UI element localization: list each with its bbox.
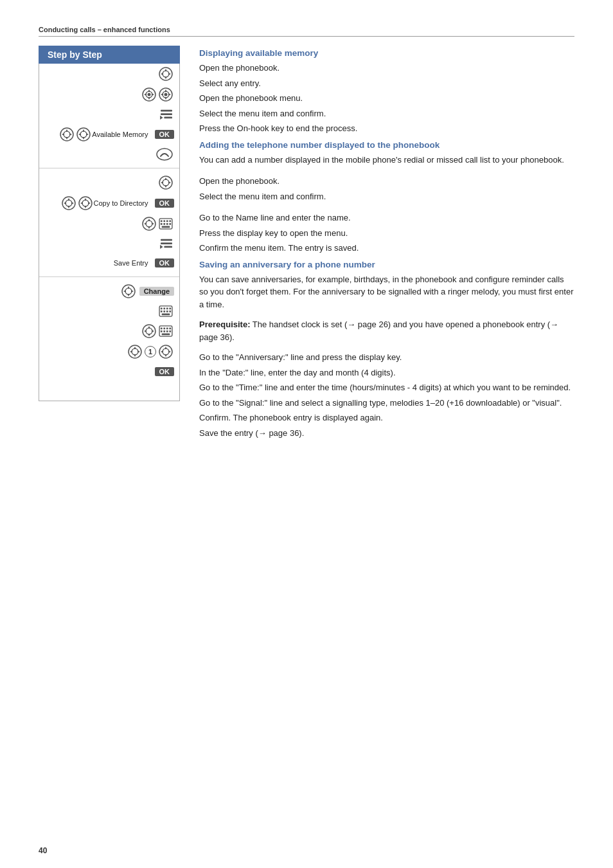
svg-marker-80 bbox=[131, 290, 134, 293]
svg-rect-105 bbox=[169, 330, 171, 332]
svg-point-1 bbox=[163, 71, 169, 77]
svg-marker-53 bbox=[80, 202, 83, 204]
svg-point-108 bbox=[132, 348, 138, 355]
svg-point-56 bbox=[146, 221, 152, 227]
svg-marker-32 bbox=[82, 129, 85, 132]
step-label-available-memory: Available Memory bbox=[92, 131, 148, 138]
svg-rect-86 bbox=[161, 311, 163, 312]
svg-marker-79 bbox=[123, 290, 126, 293]
nav-icon bbox=[76, 127, 91, 141]
ok-button[interactable]: OK bbox=[155, 130, 175, 139]
section-intro: You can add a number displayed in the mo… bbox=[199, 154, 574, 167]
nav-icon bbox=[78, 196, 93, 210]
nav-icon bbox=[128, 345, 142, 359]
nav-icon bbox=[142, 324, 156, 338]
step-text: Open the phonebook. bbox=[199, 175, 574, 188]
svg-rect-21 bbox=[161, 113, 172, 115]
number-badge: 1 bbox=[145, 346, 156, 357]
svg-marker-116 bbox=[164, 354, 167, 357]
svg-rect-104 bbox=[166, 330, 168, 332]
step-row: Save Entry OK bbox=[39, 253, 179, 273]
ok-button[interactable]: OK bbox=[155, 367, 175, 376]
section-title-anniversary: Saving an anniversary for a phone number bbox=[199, 260, 574, 269]
menu-icon bbox=[160, 109, 173, 120]
prereq-text: Prerequisite: The handset clock is set (… bbox=[199, 318, 574, 343]
keyboard-icon bbox=[159, 325, 173, 337]
svg-rect-63 bbox=[163, 221, 165, 222]
step-row bbox=[39, 213, 179, 234]
page-header: Conducting calls – enhanced functions bbox=[39, 26, 574, 37]
step-row bbox=[39, 64, 179, 84]
svg-marker-35 bbox=[86, 133, 89, 136]
nav-icon bbox=[159, 67, 173, 81]
svg-point-50 bbox=[82, 200, 89, 206]
svg-marker-45 bbox=[67, 198, 70, 201]
step-row: 1 bbox=[39, 341, 179, 362]
svg-marker-96 bbox=[152, 330, 154, 332]
step-row bbox=[39, 172, 179, 193]
svg-marker-28 bbox=[62, 133, 64, 136]
section-displaying-memory: Displaying available memory Open the pho… bbox=[199, 48, 574, 135]
svg-marker-40 bbox=[164, 185, 167, 188]
svg-marker-51 bbox=[84, 198, 87, 201]
step-text: Press the display key to open the menu. bbox=[199, 227, 574, 240]
svg-marker-2 bbox=[164, 69, 167, 71]
svg-marker-10 bbox=[144, 93, 147, 96]
svg-rect-71 bbox=[161, 239, 172, 241]
svg-marker-46 bbox=[67, 206, 70, 208]
section-intro-anniversary: You can save anniversaries, for example,… bbox=[199, 273, 574, 311]
svg-marker-9 bbox=[148, 97, 150, 100]
nav-icon bbox=[159, 345, 173, 359]
svg-rect-90 bbox=[162, 314, 170, 316]
svg-marker-11 bbox=[152, 93, 154, 96]
step-label-copy-directory: Copy to Directory bbox=[94, 199, 148, 207]
svg-marker-57 bbox=[148, 219, 150, 221]
svg-marker-60 bbox=[152, 222, 154, 225]
step-row bbox=[39, 84, 179, 105]
svg-marker-95 bbox=[144, 330, 147, 332]
svg-point-114 bbox=[163, 348, 169, 355]
svg-rect-101 bbox=[169, 328, 171, 330]
svg-rect-67 bbox=[163, 223, 165, 225]
svg-rect-85 bbox=[169, 308, 171, 310]
svg-marker-59 bbox=[144, 222, 147, 225]
step-row: OK bbox=[39, 362, 179, 381]
step-text: Select the menu item and confirm. bbox=[199, 107, 574, 120]
menu-icon bbox=[160, 238, 173, 249]
step-row bbox=[39, 381, 179, 401]
svg-marker-74 bbox=[160, 245, 163, 249]
step-text: Confirm the menu item. The entry is save… bbox=[199, 242, 574, 255]
svg-marker-16 bbox=[164, 97, 167, 100]
ok-button[interactable]: OK bbox=[155, 258, 175, 267]
step-by-step-header: Step by Step bbox=[39, 46, 180, 64]
svg-marker-93 bbox=[148, 326, 150, 329]
left-column: Step by Step bbox=[39, 46, 186, 444]
svg-marker-17 bbox=[161, 93, 163, 96]
svg-point-19 bbox=[164, 93, 168, 96]
svg-marker-48 bbox=[71, 202, 74, 204]
svg-rect-65 bbox=[169, 221, 171, 222]
svg-marker-39 bbox=[164, 177, 167, 180]
step-text: Go to the "Time:" line and enter the tim… bbox=[199, 381, 574, 394]
svg-rect-22 bbox=[164, 117, 172, 119]
step-text: Go to the Name line and enter the name. bbox=[199, 212, 574, 224]
change-button[interactable]: Change bbox=[139, 287, 174, 296]
onhook-icon bbox=[156, 148, 173, 161]
ok-button[interactable]: OK bbox=[155, 199, 175, 208]
svg-marker-78 bbox=[127, 294, 130, 296]
step-row: Copy to Directory OK bbox=[39, 193, 179, 213]
svg-marker-54 bbox=[88, 202, 91, 204]
svg-marker-42 bbox=[168, 181, 171, 184]
svg-marker-27 bbox=[66, 137, 68, 140]
right-column: Displaying available memory Open the pho… bbox=[186, 46, 574, 444]
svg-rect-102 bbox=[161, 330, 163, 332]
svg-point-44 bbox=[66, 200, 72, 206]
svg-marker-111 bbox=[130, 350, 132, 353]
svg-point-12 bbox=[148, 93, 151, 96]
step-text: Select the menu item and confirm. bbox=[199, 190, 574, 203]
svg-marker-117 bbox=[161, 350, 163, 353]
step-text: Open the phonebook. bbox=[199, 62, 574, 75]
svg-marker-33 bbox=[82, 137, 85, 140]
keyboard-icon bbox=[159, 218, 173, 230]
step-row: Change bbox=[39, 281, 179, 302]
